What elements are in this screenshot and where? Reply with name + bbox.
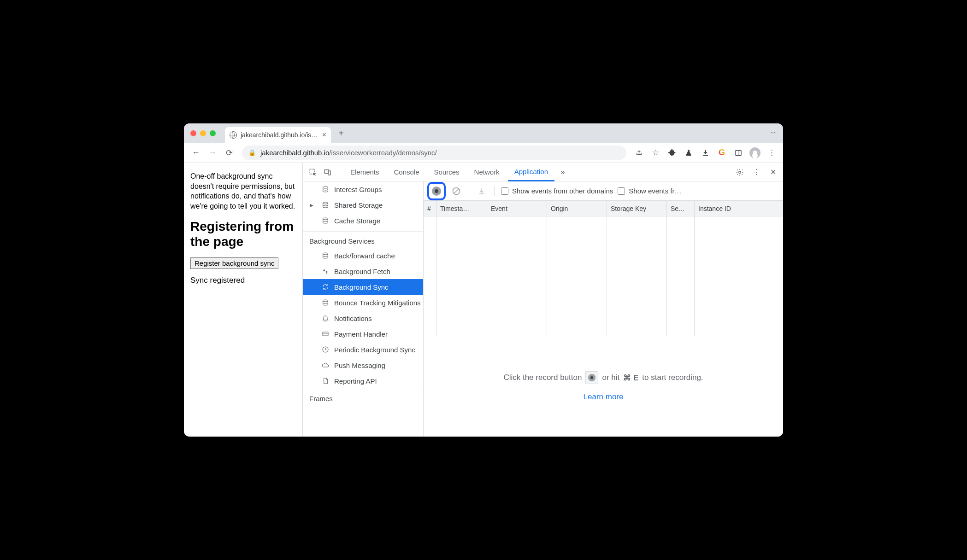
svg-line-15 — [454, 189, 459, 193]
extensions-icon[interactable] — [665, 146, 679, 160]
svg-point-8 — [323, 218, 328, 220]
bookmark-icon[interactable]: ☆ — [649, 146, 662, 160]
svg-point-10 — [323, 300, 328, 302]
profile-avatar[interactable] — [748, 146, 762, 160]
sidebar-section-frames: Frames — [303, 389, 423, 408]
tab-elements[interactable]: Elements — [344, 163, 386, 181]
tab-title: jakearchibald.github.io/isservic — [241, 131, 318, 139]
empty-text: Click the record button or hit ⌘ E to st… — [503, 371, 703, 384]
devtools-main: Show events from other domains Show even… — [424, 181, 783, 437]
column-timestamp[interactable]: Timesta… — [436, 201, 487, 216]
sidebar-item-label: Back/forward cache — [334, 252, 395, 260]
svg-rect-4 — [328, 171, 330, 175]
google-icon[interactable]: G — [715, 146, 729, 160]
show-other-domains-checkbox[interactable]: Show events from other domains — [501, 187, 613, 195]
page-heading: Registering from the page — [190, 219, 296, 249]
omnibox[interactable]: 🔒 jakearchibald.github.io/isserviceworke… — [242, 146, 626, 160]
column-index[interactable]: # — [424, 201, 436, 216]
cloud-icon — [321, 361, 330, 369]
sidebar-item-label: Bounce Tracking Mitigations — [334, 299, 421, 307]
sidebar-item-label: Reporting API — [334, 377, 377, 385]
tabs-dropdown-icon[interactable]: ﹀ — [770, 129, 777, 137]
column-instance-id[interactable]: Instance ID — [695, 201, 783, 216]
learn-more-link[interactable]: Learn more — [584, 392, 624, 402]
tab-console[interactable]: Console — [388, 163, 426, 181]
share-icon[interactable] — [632, 146, 646, 160]
window-minimize-icon[interactable] — [200, 130, 206, 136]
fetch-icon — [321, 267, 330, 275]
side-panel-icon[interactable] — [731, 146, 745, 160]
sidebar-item-bf-cache[interactable]: Back/forward cache — [303, 248, 423, 263]
page-intro: One-off background sync doesn't require … — [190, 171, 296, 211]
sidebar-item-background-sync[interactable]: Background Sync — [303, 279, 423, 295]
checkbox-input[interactable] — [618, 187, 625, 195]
sidebar-item-shared-storage[interactable]: ▶ Shared Storage — [303, 197, 423, 213]
clear-icon[interactable] — [450, 185, 462, 197]
tab-application[interactable]: Application — [508, 163, 554, 181]
sidebar-item-bounce-tracking[interactable]: Bounce Tracking Mitigations — [303, 295, 423, 310]
lock-icon: 🔒 — [248, 149, 256, 156]
database-icon — [321, 251, 330, 260]
bell-icon — [321, 314, 330, 322]
more-tabs-icon[interactable]: » — [556, 166, 569, 179]
window-close-icon[interactable] — [190, 130, 196, 136]
database-icon — [321, 216, 330, 225]
sidebar-item-background-fetch[interactable]: Background Fetch — [303, 263, 423, 279]
back-button[interactable]: ← — [189, 146, 203, 160]
save-icon[interactable] — [476, 185, 488, 197]
card-icon — [321, 330, 330, 338]
browser-window: jakearchibald.github.io/isservic × + ﹀ ←… — [184, 123, 783, 437]
sidebar-item-interest-groups[interactable]: Interest Groups — [303, 181, 423, 197]
close-devtools-icon[interactable]: ✕ — [767, 166, 779, 179]
tab-close-icon[interactable]: × — [322, 131, 326, 139]
record-button[interactable] — [427, 182, 446, 200]
sidebar-item-cache-storage[interactable]: Cache Storage — [303, 213, 423, 228]
labs-icon[interactable] — [682, 146, 696, 160]
reload-button[interactable]: ⟳ — [222, 146, 236, 160]
file-icon — [321, 377, 330, 385]
column-origin[interactable]: Origin — [547, 201, 607, 216]
kebab-icon[interactable]: ⋮ — [750, 166, 763, 179]
tab-sources[interactable]: Sources — [428, 163, 466, 181]
checkbox-input[interactable] — [501, 187, 508, 195]
browser-tab[interactable]: jakearchibald.github.io/isservic × — [225, 127, 331, 143]
show-events-checkbox[interactable]: Show events fr… — [618, 187, 681, 195]
events-table-header: # Timesta… Event Origin Storage Key Se… … — [424, 201, 783, 216]
sidebar-item-label: Periodic Background Sync — [334, 346, 415, 354]
toolbar-actions: ☆ G ⋮ — [632, 146, 778, 160]
empty-state: Click the record button or hit ⌘ E to st… — [424, 336, 783, 437]
column-event[interactable]: Event — [487, 201, 547, 216]
devtools-tabs: Elements Console Sources Network Applica… — [303, 163, 783, 181]
sidebar-item-push-messaging[interactable]: Push Messaging — [303, 357, 423, 373]
column-storage-key[interactable]: Storage Key — [607, 201, 667, 216]
devtools: Elements Console Sources Network Applica… — [303, 163, 783, 437]
download-icon[interactable] — [698, 146, 712, 160]
svg-point-7 — [323, 202, 328, 204]
window-maximize-icon[interactable] — [210, 130, 216, 136]
sidebar-item-periodic-sync[interactable]: Periodic Background Sync — [303, 342, 423, 357]
events-table-body — [424, 216, 783, 336]
database-icon — [321, 185, 330, 193]
new-tab-button[interactable]: + — [335, 127, 348, 140]
clock-icon — [321, 345, 330, 354]
sidebar-item-reporting-api[interactable]: Reporting API — [303, 373, 423, 389]
inspect-icon[interactable] — [307, 166, 319, 179]
register-sync-button[interactable]: Register background sync — [190, 257, 278, 269]
column-sw-scope[interactable]: Se… — [667, 201, 695, 216]
sidebar-item-notifications[interactable]: Notifications — [303, 310, 423, 326]
svg-point-6 — [323, 187, 328, 188]
sidebar-item-payment-handler[interactable]: Payment Handler — [303, 326, 423, 342]
sidebar-item-label: Cache Storage — [334, 217, 380, 225]
globe-icon — [230, 131, 237, 139]
tab-network[interactable]: Network — [468, 163, 506, 181]
settings-icon[interactable] — [733, 166, 746, 179]
expand-icon[interactable]: ▶ — [310, 203, 313, 208]
sidebar-item-label: Shared Storage — [334, 201, 383, 209]
sidebar-item-label: Background Sync — [334, 283, 389, 291]
devtools-sidebar: Interest Groups ▶ Shared Storage Cache S… — [303, 181, 424, 437]
forward-button[interactable]: → — [205, 146, 220, 160]
checkbox-label: Show events from other domains — [512, 187, 613, 195]
menu-icon[interactable]: ⋮ — [765, 146, 778, 160]
device-toggle-icon[interactable] — [321, 166, 334, 179]
tab-strip: jakearchibald.github.io/isservic × + ﹀ — [184, 123, 783, 143]
